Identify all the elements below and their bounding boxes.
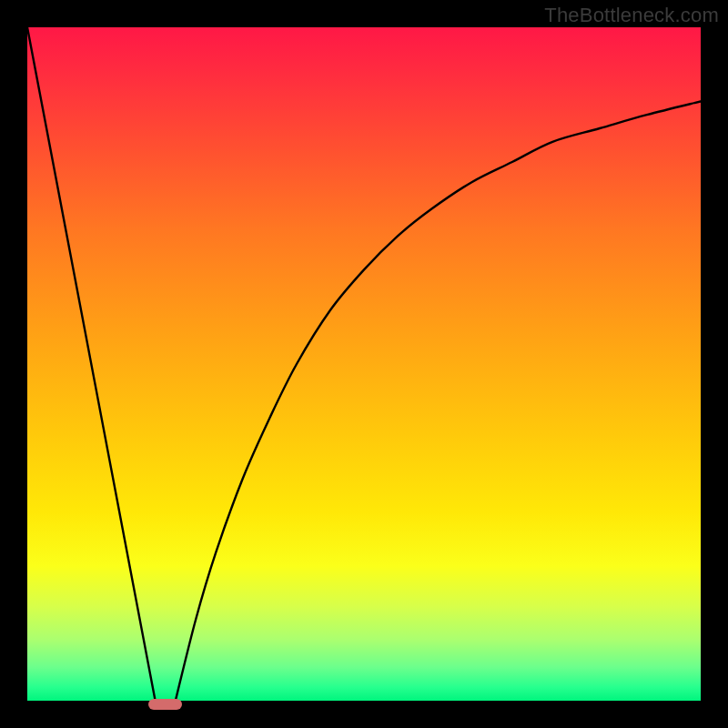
curve-right bbox=[176, 101, 701, 701]
curve-group bbox=[27, 27, 701, 701]
watermark-text: TheBottleneck.com bbox=[544, 4, 719, 27]
chart-frame: TheBottleneck.com bbox=[0, 0, 728, 728]
curve-svg bbox=[27, 27, 701, 701]
plot-area bbox=[27, 27, 701, 701]
curve-left-line bbox=[27, 27, 156, 701]
valley-notch bbox=[148, 699, 182, 710]
